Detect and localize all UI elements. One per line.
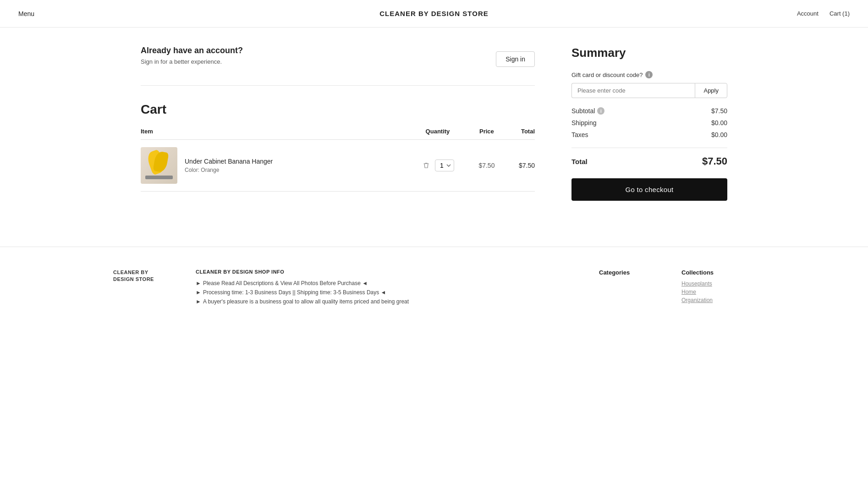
delete-item-button[interactable]: [421, 160, 431, 170]
quantity-select[interactable]: 12345: [435, 160, 454, 171]
summary-panel: Summary Gift card or discount code? i Ap…: [571, 46, 727, 201]
footer-categories-title: Categories: [599, 269, 654, 276]
shipping-label: Shipping: [571, 119, 597, 126]
subtotal-value: $7.50: [711, 107, 727, 115]
product-variant: Color: Orange: [185, 167, 273, 173]
product-info: Under Cabinet Banana Hanger Color: Orang…: [185, 158, 273, 173]
product-image: [141, 147, 177, 184]
footer-collection-link[interactable]: Home: [681, 289, 755, 295]
col-header-item: Item: [141, 128, 405, 140]
checkout-button[interactable]: Go to checkout: [571, 178, 727, 201]
summary-title: Summary: [571, 46, 727, 60]
signin-subtext: Sign in for a better experience.: [141, 58, 243, 65]
col-header-total: Total: [503, 128, 535, 140]
total-label: Total: [571, 158, 588, 165]
left-column: Already have an account? Sign in for a b…: [141, 46, 535, 201]
discount-info-icon[interactable]: i: [645, 71, 653, 78]
footer-brand-name: CLEANER BY DESIGN STORE: [113, 269, 168, 283]
store-name: CLEANER BY DESIGN STORE: [379, 10, 488, 17]
taxes-label: Taxes: [571, 131, 588, 138]
footer: CLEANER BY DESIGN STORE CLEANER BY DESIG…: [0, 247, 868, 326]
summary-lines: Subtotal i $7.50 Shipping $0.00 Taxes $0…: [571, 107, 727, 138]
footer-brand: CLEANER BY DESIGN STORE: [113, 269, 168, 308]
footer-collection-link[interactable]: Organization: [681, 297, 755, 303]
col-header-price: Price: [471, 128, 503, 140]
subtotal-info-icon[interactable]: i: [597, 107, 604, 115]
subtotal-label: Subtotal i: [571, 107, 604, 115]
footer-collections-title: Collections: [681, 269, 755, 276]
col-header-quantity: Quantity: [405, 128, 471, 140]
table-row: Under Cabinet Banana Hanger Color: Orang…: [141, 140, 535, 192]
footer-collections: Collections HouseplantsHomeOrganization: [681, 269, 755, 308]
product-price: $7.50: [471, 140, 503, 192]
signin-heading: Already have an account?: [141, 46, 243, 55]
footer-info-item: ►Processing time: 1-3 Business Days || S…: [196, 289, 571, 296]
product-total: $7.50: [503, 140, 535, 192]
discount-input[interactable]: [571, 83, 695, 98]
discount-row: Apply: [571, 83, 727, 98]
footer-info-item: ►Please Read All Descriptions & View All…: [196, 280, 571, 286]
footer-categories: Categories: [599, 269, 654, 308]
cart-section: Cart Item Quantity Price Total: [141, 102, 535, 192]
cart-link[interactable]: Cart (1): [830, 10, 850, 17]
footer-collection-link[interactable]: Houseplants: [681, 280, 755, 287]
product-cell: Under Cabinet Banana Hanger Color: Orang…: [141, 147, 405, 184]
apply-button[interactable]: Apply: [695, 83, 727, 98]
account-link[interactable]: Account: [797, 10, 819, 17]
footer-info-item: ►A buyer's pleasure is a business goal t…: [196, 298, 571, 305]
footer-info-title: CLEANER BY DESIGN SHOP INFO: [196, 269, 571, 275]
total-line: Total $7.50: [571, 148, 727, 167]
signin-button[interactable]: Sign in: [496, 51, 535, 67]
taxes-value: $0.00: [711, 131, 727, 138]
signin-section: Already have an account? Sign in for a b…: [141, 46, 535, 86]
total-value: $7.50: [702, 155, 727, 167]
cart-table: Item Quantity Price Total: [141, 128, 535, 192]
cart-title: Cart: [141, 102, 535, 117]
footer-info: CLEANER BY DESIGN SHOP INFO ►Please Read…: [196, 269, 571, 308]
shipping-value: $0.00: [711, 119, 727, 126]
menu-link[interactable]: Menu: [18, 10, 34, 17]
discount-label: Gift card or discount code? i: [571, 71, 727, 78]
product-name: Under Cabinet Banana Hanger: [185, 158, 273, 165]
